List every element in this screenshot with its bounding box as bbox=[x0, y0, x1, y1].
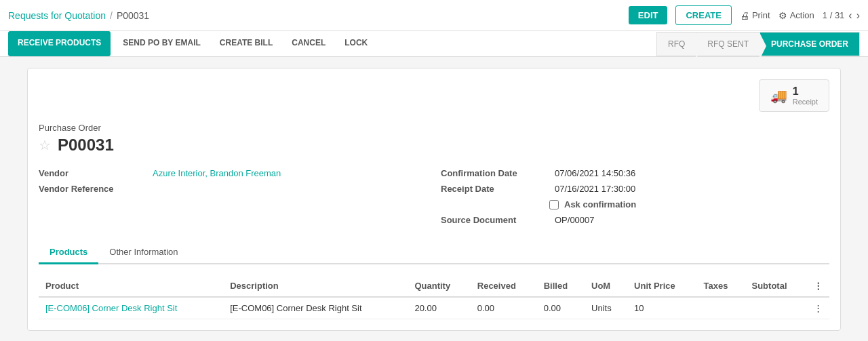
status-bar: RFQ RFQ SENT PURCHASE ORDER bbox=[656, 32, 860, 56]
receipt-count: 1 bbox=[793, 85, 818, 98]
pagination-next[interactable] bbox=[856, 9, 860, 22]
document-type: Purchase Order bbox=[39, 123, 829, 133]
pagination-prev[interactable] bbox=[848, 9, 852, 22]
vendor-label: Vendor bbox=[39, 168, 147, 178]
col-unit-price: Unit Price bbox=[627, 275, 696, 297]
receipt-banner: 1 Receipt bbox=[39, 79, 829, 112]
chevron-right-icon bbox=[856, 9, 860, 21]
col-subtotal: Subtotal bbox=[745, 275, 808, 297]
status-step-purchase-order: PURCHASE ORDER bbox=[760, 32, 860, 56]
lock-button[interactable]: LOCK bbox=[335, 31, 377, 56]
send-po-by-email-button[interactable]: SEND PO BY EMAIL bbox=[113, 31, 210, 56]
create-bill-button[interactable]: CREATE BILL bbox=[210, 31, 282, 56]
truck-icon bbox=[770, 87, 787, 104]
receipt-date-label: Receipt Date bbox=[441, 184, 549, 194]
table-row: [E-COM06] Corner Desk Right Sit [E-COM06… bbox=[39, 297, 829, 319]
breadcrumb-parent[interactable]: Requests for Quotation bbox=[8, 10, 106, 21]
top-bar: Requests for Quotation / P00031 EDIT CRE… bbox=[0, 0, 868, 31]
cancel-button[interactable]: CANCEL bbox=[282, 31, 335, 56]
row-unit-price: 10 bbox=[627, 297, 696, 319]
col-taxes: Taxes bbox=[697, 275, 745, 297]
confirmation-date-value: 07/06/2021 14:50:36 bbox=[555, 168, 829, 178]
status-step-rfq: RFQ bbox=[656, 32, 696, 56]
pagination: 1 / 31 bbox=[823, 9, 860, 22]
col-quantity: Quantity bbox=[408, 275, 470, 297]
tab-other-information[interactable]: Other Information bbox=[98, 241, 189, 264]
print-button[interactable]: Print bbox=[740, 10, 770, 21]
fields-grid: Vendor Azure Interior, Brandon Freeman V… bbox=[39, 168, 829, 225]
receipt-badge[interactable]: 1 Receipt bbox=[759, 79, 829, 112]
tab-products[interactable]: Products bbox=[39, 241, 98, 264]
status-step-rfq-sent: RFQ SENT bbox=[696, 32, 760, 56]
create-button[interactable]: CREATE bbox=[675, 5, 731, 25]
print-icon bbox=[740, 10, 749, 21]
source-doc-value: OP/00007 bbox=[555, 215, 829, 225]
col-billed: Billed bbox=[537, 275, 585, 297]
top-bar-actions: EDIT CREATE Print Action 1 / 31 bbox=[629, 5, 860, 25]
receipt-label: Receipt bbox=[793, 98, 818, 106]
confirmation-date-row: Confirmation Date 07/06/2021 14:50:36 bbox=[441, 168, 829, 178]
ask-confirmation-label: Ask confirmation bbox=[564, 199, 636, 209]
row-uom: Units bbox=[585, 297, 627, 319]
confirmation-date-label: Confirmation Date bbox=[441, 168, 549, 178]
ask-confirmation-checkbox[interactable] bbox=[549, 200, 559, 209]
row-quantity: 20.00 bbox=[408, 297, 470, 319]
action-button[interactable]: Action bbox=[778, 10, 814, 21]
col-options: ⋮ bbox=[807, 275, 829, 297]
row-product[interactable]: [E-COM06] Corner Desk Right Sit bbox=[39, 297, 223, 319]
vendor-ref-label: Vendor Reference bbox=[39, 184, 147, 194]
row-description: [E-COM06] Corner Desk Right Sit bbox=[223, 297, 408, 319]
table-header-row: Product Description Quantity Received Bi… bbox=[39, 275, 829, 297]
col-uom: UoM bbox=[585, 275, 627, 297]
breadcrumb: Requests for Quotation / P00031 bbox=[8, 10, 622, 21]
left-field-group: Vendor Azure Interior, Brandon Freeman V… bbox=[39, 168, 427, 225]
row-options[interactable]: ⋮ bbox=[807, 297, 829, 319]
vendor-ref-row: Vendor Reference bbox=[39, 184, 427, 194]
chevron-left-icon bbox=[848, 9, 852, 21]
source-doc-label: Source Document bbox=[441, 215, 549, 225]
receipt-info: 1 Receipt bbox=[793, 85, 818, 106]
source-doc-row: Source Document OP/00007 bbox=[441, 215, 829, 225]
receipt-date-value: 07/16/2021 17:30:00 bbox=[555, 184, 829, 194]
gear-icon bbox=[778, 10, 787, 21]
action-bar: RECEIVE PRODUCTS SEND PO BY EMAIL CREATE… bbox=[0, 31, 868, 57]
action-label: Action bbox=[790, 10, 814, 20]
col-received: Received bbox=[471, 275, 537, 297]
tabs: Products Other Information bbox=[39, 241, 829, 264]
star-icon[interactable]: ☆ bbox=[39, 137, 51, 153]
col-product: Product bbox=[39, 275, 223, 297]
vendor-row: Vendor Azure Interior, Brandon Freeman bbox=[39, 168, 427, 178]
col-description: Description bbox=[223, 275, 408, 297]
products-table: Product Description Quantity Received Bi… bbox=[39, 275, 829, 319]
document-number: P00031 bbox=[58, 136, 114, 155]
document-title: ☆ P00031 bbox=[39, 136, 829, 155]
row-billed: 0.00 bbox=[537, 297, 585, 319]
print-label: Print bbox=[752, 10, 770, 20]
right-field-group: Confirmation Date 07/06/2021 14:50:36 Re… bbox=[441, 168, 829, 225]
receipt-date-row: Receipt Date 07/16/2021 17:30:00 bbox=[441, 184, 829, 194]
receive-products-button[interactable]: RECEIVE PRODUCTS bbox=[8, 31, 111, 56]
document-header: Purchase Order ☆ P00031 bbox=[39, 123, 829, 155]
main-content: 1 Receipt Purchase Order ☆ P00031 Vendor… bbox=[27, 68, 841, 331]
ask-confirmation-row: Ask confirmation bbox=[549, 199, 829, 209]
pagination-text: 1 / 31 bbox=[823, 10, 845, 20]
row-received: 0.00 bbox=[471, 297, 537, 319]
breadcrumb-current: P00031 bbox=[117, 10, 149, 21]
edit-button[interactable]: EDIT bbox=[629, 6, 668, 24]
breadcrumb-separator: / bbox=[110, 10, 113, 21]
row-taxes bbox=[697, 297, 745, 319]
row-subtotal bbox=[745, 297, 808, 319]
vendor-value[interactable]: Azure Interior, Brandon Freeman bbox=[153, 168, 427, 178]
